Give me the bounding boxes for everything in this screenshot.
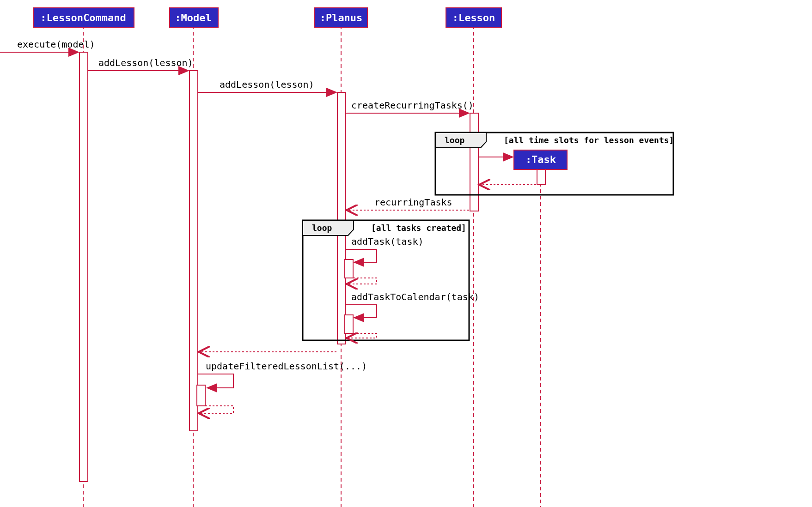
- msg-updatefiltered-text: updateFilteredLessonList(...): [206, 361, 367, 372]
- msg-recurringtasks-text: recurringTasks: [374, 197, 452, 208]
- msg-createrecurring-text: createRecurringTasks(): [351, 100, 474, 111]
- msg-addlesson1-text: addLesson(lesson): [98, 57, 193, 68]
- msg-addtaskcal-return: [347, 333, 377, 338]
- participant-task-text: :Task: [525, 154, 556, 165]
- msg-execute-text: execute(model): [17, 39, 95, 50]
- activation-addtask: [345, 260, 353, 278]
- activation-updatefiltered: [197, 385, 205, 406]
- participant-model-text: :Model: [175, 12, 211, 24]
- msg-addtask-text: addTask(task): [351, 236, 424, 247]
- loop2-label-text: loop: [312, 223, 332, 233]
- activation-lessoncommand: [79, 52, 88, 482]
- loop1-cond-text: [all time slots for lesson events]: [504, 135, 674, 145]
- msg-addtaskcal-text: addTaskToCalendar(task): [351, 291, 479, 302]
- msg-addtask-return: [347, 278, 377, 284]
- loop2-cond-text: [all tasks created]: [371, 223, 466, 233]
- activation-lesson: [470, 113, 478, 211]
- participant-lessoncommand-text: :LessonCommand: [40, 12, 126, 24]
- activation-planus-1: [337, 92, 346, 344]
- sequence-diagram: :LessonCommand :Model :Planus :Lesson ex…: [0, 0, 812, 507]
- msg-updatefiltered-return: [199, 406, 233, 413]
- participant-planus-text: :Planus: [320, 12, 363, 24]
- participant-lesson-text: :Lesson: [452, 12, 495, 24]
- activation-model-1: [189, 71, 198, 431]
- loop1-label-text: loop: [445, 135, 465, 145]
- activation-addtaskcal: [345, 315, 353, 333]
- msg-addlesson2-text: addLesson(lesson): [220, 79, 314, 90]
